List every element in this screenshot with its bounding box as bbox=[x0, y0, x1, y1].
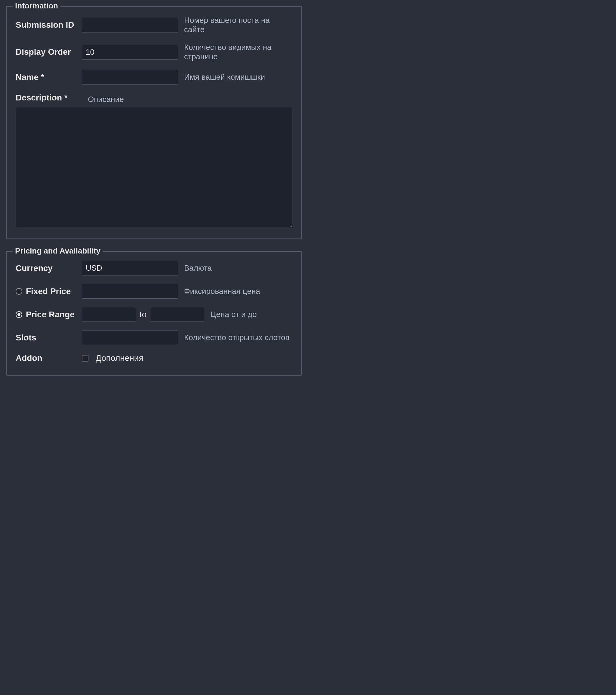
submission-id-hint: Номер вашего поста на сайте bbox=[184, 16, 293, 34]
currency-hint: Валюта bbox=[184, 264, 212, 273]
display-order-input[interactable] bbox=[82, 45, 178, 60]
name-input[interactable] bbox=[82, 70, 178, 85]
price-range-radio[interactable] bbox=[16, 311, 22, 318]
description-textarea[interactable] bbox=[16, 107, 293, 227]
name-row: Name * Имя вашей комишшки bbox=[16, 70, 293, 85]
display-order-hint: Количество видимых на странице bbox=[184, 43, 293, 61]
price-range-hint: Цена от и до bbox=[210, 310, 256, 319]
price-range-from-input[interactable] bbox=[82, 307, 136, 322]
fixed-price-label-text: Fixed Price bbox=[26, 287, 71, 296]
slots-hint: Количество открытых слотов bbox=[184, 333, 289, 342]
description-label: Description * bbox=[16, 93, 82, 103]
display-order-label: Display Order bbox=[16, 47, 82, 57]
name-label: Name * bbox=[16, 72, 82, 82]
submission-id-row: Submission ID Номер вашего поста на сайт… bbox=[16, 16, 293, 34]
slots-label: Slots bbox=[16, 333, 82, 342]
fixed-price-hint: Фиксированная цена bbox=[184, 287, 260, 296]
pricing-section: Pricing and Availability Currency Валюта… bbox=[6, 251, 302, 376]
description-hint: Описание bbox=[88, 95, 124, 104]
addon-checkbox[interactable] bbox=[82, 355, 88, 361]
information-section: Information Submission ID Номер вашего п… bbox=[6, 6, 302, 239]
price-range-label-text: Price Range bbox=[26, 310, 74, 319]
price-range-to-input[interactable] bbox=[150, 307, 204, 322]
fixed-price-label[interactable]: Fixed Price bbox=[16, 287, 82, 296]
currency-row: Currency Валюта bbox=[16, 261, 293, 275]
submission-id-input[interactable] bbox=[82, 18, 178, 33]
fixed-price-row: Fixed Price Фиксированная цена bbox=[16, 284, 293, 299]
pricing-legend: Pricing and Availability bbox=[13, 246, 103, 256]
to-label: to bbox=[139, 310, 147, 319]
addon-label: Addon bbox=[16, 353, 82, 363]
slots-input[interactable] bbox=[82, 330, 178, 345]
price-range-row: Price Range to Цена от и до bbox=[16, 307, 293, 322]
fixed-price-radio[interactable] bbox=[16, 288, 22, 295]
name-hint: Имя вашей комишшки bbox=[184, 72, 265, 82]
description-label-row: Description * Описание bbox=[16, 93, 293, 104]
fixed-price-input[interactable] bbox=[82, 284, 178, 299]
price-range-label[interactable]: Price Range bbox=[16, 310, 82, 319]
slots-row: Slots Количество открытых слотов bbox=[16, 330, 293, 345]
submission-id-label: Submission ID bbox=[16, 20, 82, 30]
addon-row: Addon Дополнения bbox=[16, 353, 293, 363]
currency-input[interactable] bbox=[82, 261, 178, 275]
addon-check-area: Дополнения bbox=[82, 353, 144, 363]
information-legend: Information bbox=[13, 1, 61, 11]
addon-hint: Дополнения bbox=[96, 353, 144, 363]
price-range-inputs: to bbox=[82, 307, 204, 322]
currency-label: Currency bbox=[16, 264, 82, 273]
display-order-row: Display Order Количество видимых на стра… bbox=[16, 43, 293, 61]
